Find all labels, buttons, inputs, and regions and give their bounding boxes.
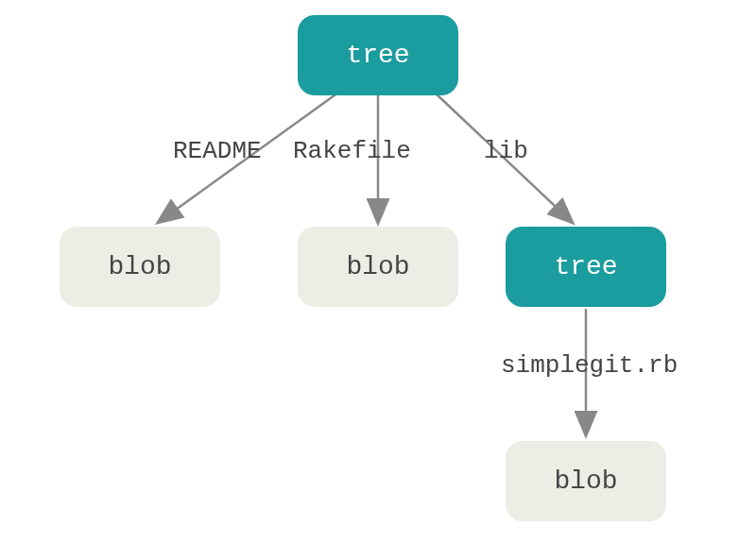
node-label: blob [108, 252, 171, 281]
edge-label-readme: README [173, 137, 262, 165]
node-label: blob [346, 252, 409, 281]
edge-label-simplegit: simplegit.rb [501, 351, 678, 380]
node-blob-simplegit: blob [506, 441, 666, 521]
node-label: tree [346, 41, 409, 70]
node-label: tree [554, 252, 617, 281]
node-label: blob [554, 467, 617, 496]
edge-label-rakefile: Rakefile [293, 137, 411, 165]
node-root-tree: tree [298, 15, 458, 95]
node-sub-tree: tree [506, 227, 666, 307]
node-blob-readme: blob [60, 227, 220, 307]
edge-label-lib: lib [484, 137, 528, 165]
node-blob-rakefile: blob [298, 227, 458, 307]
